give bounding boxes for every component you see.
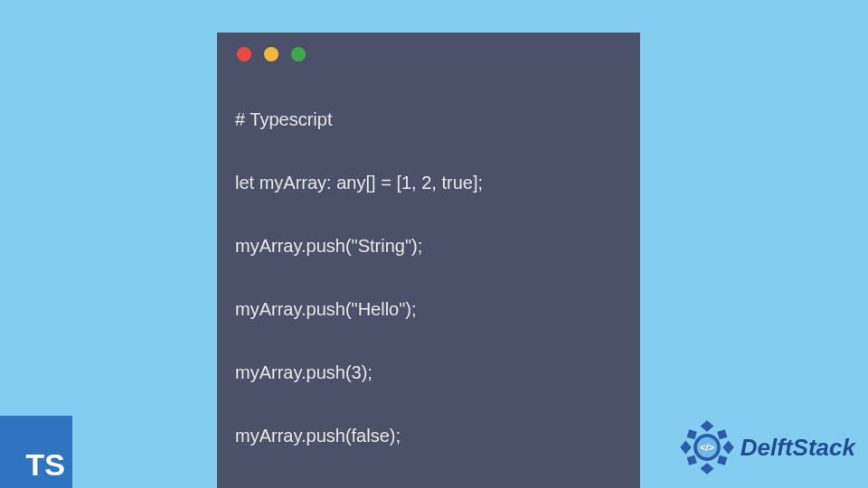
svg-marker-7 — [717, 455, 727, 465]
delftstack-logo-icon: </> — [679, 419, 735, 475]
svg-marker-0 — [700, 420, 713, 431]
code-line: console.log(myArray); — [235, 483, 622, 488]
svg-text:</>: </> — [700, 442, 715, 453]
code-line: myArray.push("Hello"); — [235, 294, 622, 325]
svg-marker-1 — [700, 463, 713, 474]
code-line: myArray.push("String"); — [235, 230, 622, 262]
svg-marker-3 — [722, 441, 733, 455]
window-titlebar — [235, 45, 622, 72]
svg-marker-2 — [680, 441, 691, 455]
code-line: # Typescript — [235, 104, 622, 136]
maximize-icon — [291, 47, 306, 61]
code-line: myArray.push(false); — [235, 420, 622, 452]
code-block: # Typescript let myArray: any[] = [1, 2,… — [235, 72, 622, 488]
svg-marker-4 — [687, 429, 697, 439]
close-icon — [237, 47, 251, 61]
minimize-icon — [264, 47, 278, 61]
svg-marker-6 — [687, 455, 697, 465]
typescript-badge-label: TS — [26, 447, 65, 483]
svg-marker-5 — [717, 429, 727, 439]
brand-mark: </> DelftStack — [679, 419, 855, 475]
code-line: let myArray: any[] = [1, 2, true]; — [235, 167, 622, 199]
brand-name: DelftStack — [741, 434, 855, 462]
code-line: myArray.push(3); — [235, 357, 622, 389]
code-window: # Typescript let myArray: any[] = [1, 2,… — [217, 33, 640, 488]
typescript-badge: TS — [0, 416, 72, 488]
